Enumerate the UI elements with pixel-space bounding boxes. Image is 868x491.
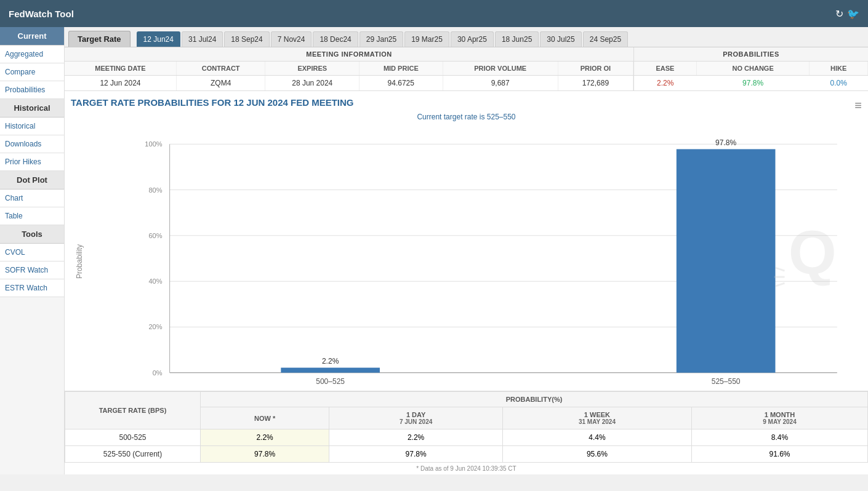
svg-line-22 bbox=[775, 283, 784, 286]
header-icons: ↻ 🐦 bbox=[835, 8, 859, 20]
meeting-info-table: MEETING DATE CONTRACT EXPIRES MID PRICE … bbox=[65, 62, 633, 90]
sidebar-item-probabilities[interactable]: Probabilities bbox=[0, 81, 64, 99]
tab-30jul25[interactable]: 30 Jul25 bbox=[540, 31, 581, 47]
chart-subtitle: Current target rate is 525–550 bbox=[71, 113, 862, 121]
bottom-prob-table: TARGET RATE (BPS) PROBABILITY(%) NOW * 1… bbox=[65, 391, 868, 463]
sidebar-item-prior-hikes[interactable]: Prior Hikes bbox=[0, 153, 64, 171]
bar-500-525 bbox=[281, 368, 380, 373]
cell-now-1: 2.2% bbox=[201, 429, 329, 446]
svg-text:Target Rate (in bps): Target Rate (in bps) bbox=[471, 389, 536, 391]
app-title: FedWatch Tool bbox=[9, 9, 74, 19]
cell-1month-2: 91.6% bbox=[691, 446, 867, 463]
table-row: 525-550 (Current) 97.8% 97.8% 95.6% 91.6… bbox=[65, 446, 868, 463]
cell-1day-2: 97.8% bbox=[329, 446, 503, 463]
main-content: Target Rate 12 Jun24 31 Jul24 18 Sep24 7… bbox=[65, 27, 868, 474]
chart-container: Probability 100% 80% 60% 40% 20% 0% bbox=[71, 126, 862, 391]
svg-text:60%: 60% bbox=[148, 232, 162, 239]
col-prior-oi: PRIOR OI bbox=[558, 62, 633, 76]
cell-contract: ZQM4 bbox=[176, 76, 265, 91]
probabilities-block: PROBABILITIES EASE NO CHANGE HIKE 2.2% 9… bbox=[634, 47, 868, 90]
cell-now-2: 97.8% bbox=[201, 446, 329, 463]
tab-18dec24[interactable]: 18 Dec24 bbox=[313, 31, 358, 47]
sidebar-item-estr-watch[interactable]: ESTR Watch bbox=[0, 279, 64, 297]
cell-rate-1: 500-525 bbox=[65, 429, 201, 446]
sidebar-item-cvol[interactable]: CVOL bbox=[0, 244, 64, 261]
cell-no-change: 97.8% bbox=[696, 76, 810, 91]
rate-col-header: TARGET RATE (BPS) bbox=[65, 392, 201, 429]
sidebar-section-current[interactable]: Current bbox=[0, 27, 64, 46]
probabilities-title: PROBABILITIES bbox=[634, 47, 868, 62]
tab-29jan25[interactable]: 29 Jan25 bbox=[360, 31, 403, 47]
table-row: 500-525 2.2% 2.2% 4.4% 8.4% bbox=[65, 429, 868, 446]
sidebar-item-sofr-watch[interactable]: SOFR Watch bbox=[0, 261, 64, 279]
sidebar-item-compare[interactable]: Compare bbox=[0, 63, 64, 81]
col-1day: 1 DAY 7 JUN 2024 bbox=[329, 407, 503, 429]
main-layout: Current Aggregated Compare Probabilities… bbox=[0, 27, 868, 474]
tab-12jun24[interactable]: 12 Jun24 bbox=[137, 31, 180, 47]
col-prior-volume: PRIOR VOLUME bbox=[443, 62, 558, 76]
cell-1day-1: 2.2% bbox=[329, 429, 503, 446]
tab-18jun25[interactable]: 18 Jun25 bbox=[495, 31, 539, 47]
probability-group-header: PROBABILITY(%) bbox=[201, 392, 868, 407]
prob-header-row: 2.2% 97.8% 0.0% bbox=[634, 76, 868, 91]
svg-text:2.2%: 2.2% bbox=[322, 357, 339, 365]
meeting-info-row: 12 Jun 2024 ZQM4 28 Jun 2024 94.6725 9,6… bbox=[65, 76, 633, 91]
app-header: FedWatch Tool ↻ 🐦 bbox=[0, 0, 868, 27]
prob-header-table: EASE NO CHANGE HIKE 2.2% 97.8% 0.0% bbox=[634, 62, 868, 90]
cell-meeting-date: 12 Jun 2024 bbox=[65, 76, 176, 91]
meeting-section: MEETING INFORMATION MEETING DATE CONTRAC… bbox=[65, 47, 868, 91]
sidebar-item-aggregated[interactable]: Aggregated bbox=[0, 46, 64, 63]
tab-24sep25[interactable]: 24 Sep25 bbox=[583, 31, 628, 47]
bar-525-550 bbox=[677, 149, 776, 372]
tab-18sep24[interactable]: 18 Sep24 bbox=[224, 31, 269, 47]
sidebar-item-downloads[interactable]: Downloads bbox=[0, 135, 64, 153]
sidebar-section-dot-plot[interactable]: Dot Plot bbox=[0, 171, 64, 190]
sidebar-section-tools[interactable]: Tools bbox=[0, 225, 64, 244]
cell-mid-price: 94.6725 bbox=[360, 76, 443, 91]
cell-1week-1: 4.4% bbox=[502, 429, 691, 446]
col-mid-price: MID PRICE bbox=[360, 62, 443, 76]
tab-30apr25[interactable]: 30 Apr25 bbox=[451, 31, 494, 47]
svg-text:40%: 40% bbox=[148, 277, 162, 285]
col-1week: 1 WEEK 31 MAY 2024 bbox=[502, 407, 691, 429]
twitter-icon[interactable]: 🐦 bbox=[847, 8, 859, 20]
sidebar-section-historical[interactable]: Historical bbox=[0, 99, 64, 118]
tab-31jul24[interactable]: 31 Jul24 bbox=[182, 31, 223, 47]
sidebar: Current Aggregated Compare Probabilities… bbox=[0, 27, 65, 474]
col-no-change: NO CHANGE bbox=[696, 62, 810, 76]
chart-menu-button[interactable]: ≡ bbox=[854, 98, 862, 113]
col-now: NOW * bbox=[201, 407, 329, 429]
svg-text:Probability: Probability bbox=[75, 244, 84, 279]
refresh-icon[interactable]: ↻ bbox=[835, 8, 843, 20]
chart-title: TARGET RATE PROBABILITIES FOR 12 JUN 202… bbox=[71, 97, 354, 108]
sidebar-item-table[interactable]: Table bbox=[0, 207, 64, 225]
svg-text:525–550: 525–550 bbox=[712, 377, 741, 386]
cell-expires: 28 Jun 2024 bbox=[265, 76, 360, 91]
tab-7nov24[interactable]: 7 Nov24 bbox=[271, 31, 312, 47]
sidebar-item-historical[interactable]: Historical bbox=[0, 118, 64, 135]
sidebar-item-chart[interactable]: Chart bbox=[0, 190, 64, 207]
chart-area: TARGET RATE PROBABILITIES FOR 12 JUN 202… bbox=[65, 91, 868, 391]
col-hike: HIKE bbox=[810, 62, 868, 76]
cell-ease: 2.2% bbox=[634, 76, 696, 91]
tab-19mar25[interactable]: 19 Mar25 bbox=[404, 31, 449, 47]
meeting-info-title: MEETING INFORMATION bbox=[65, 47, 633, 62]
svg-text:97.8%: 97.8% bbox=[715, 138, 736, 147]
col-meeting-date: MEETING DATE bbox=[65, 62, 176, 76]
svg-text:Q: Q bbox=[789, 218, 837, 287]
tabs-row: Target Rate 12 Jun24 31 Jul24 18 Sep24 7… bbox=[65, 27, 868, 47]
bottom-prob-section: TARGET RATE (BPS) PROBABILITY(%) NOW * 1… bbox=[65, 391, 868, 474]
cell-prior-volume: 9,687 bbox=[443, 76, 558, 91]
cell-1week-2: 95.6% bbox=[502, 446, 691, 463]
col-1month: 1 MONTH 9 MAY 2024 bbox=[691, 407, 867, 429]
svg-text:20%: 20% bbox=[148, 323, 162, 330]
cell-1month-1: 8.4% bbox=[691, 429, 867, 446]
cell-rate-2: 525-550 (Current) bbox=[65, 446, 201, 463]
svg-line-20 bbox=[775, 268, 784, 271]
svg-text:500–525: 500–525 bbox=[316, 377, 345, 386]
meeting-info-block: MEETING INFORMATION MEETING DATE CONTRAC… bbox=[65, 47, 634, 90]
tab-target-rate[interactable]: Target Rate bbox=[68, 31, 131, 47]
chart-svg: Probability 100% 80% 60% 40% 20% 0% bbox=[71, 126, 862, 391]
cell-hike: 0.0% bbox=[810, 76, 868, 91]
svg-text:100%: 100% bbox=[145, 140, 162, 148]
